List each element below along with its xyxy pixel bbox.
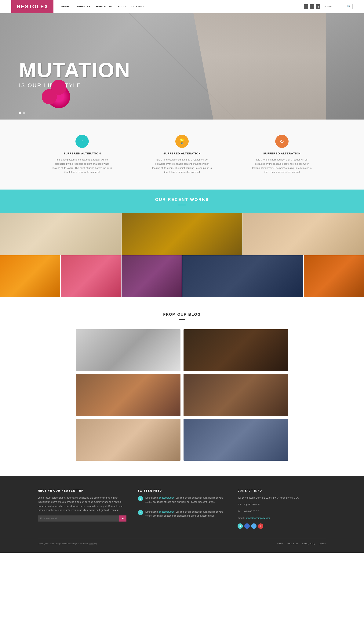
twitter-title: TWITTER FEED bbox=[138, 489, 226, 492]
portfolio-grid bbox=[0, 213, 364, 297]
tweet-text-2: Lorem ipsum consectetur.tuer ver illum d… bbox=[146, 510, 226, 518]
footer-link-terms[interactable]: Terms of use bbox=[286, 542, 298, 545]
footer-link-home[interactable]: Home bbox=[277, 542, 282, 545]
feature-title-2: SUFFERED ALTERATION bbox=[152, 152, 212, 155]
blog-item-6[interactable] bbox=[184, 419, 288, 461]
newsletter-title: RECEIVE OUR NEWSLETTER bbox=[38, 489, 126, 492]
portfolio-item-7[interactable] bbox=[182, 255, 303, 297]
footer-twitter: TWITTER FEED t Lorem ipsum consectetur.t… bbox=[138, 489, 226, 528]
twitter-bird-icon-2: t bbox=[138, 510, 143, 515]
newsletter-email-input[interactable] bbox=[38, 515, 119, 521]
facebook-icon[interactable]: f bbox=[304, 4, 308, 9]
search-icon[interactable]: 🔍 bbox=[347, 5, 351, 8]
footer-link-privacy[interactable]: Privacy Policy bbox=[302, 542, 315, 545]
portfolio-img-1 bbox=[0, 213, 121, 255]
newsletter-body: Lorem ipsum dolor sit amet, consectetur … bbox=[38, 496, 126, 512]
google-icon[interactable]: g bbox=[316, 4, 320, 9]
feature-icon-1: ↑ bbox=[76, 135, 89, 148]
blog-img-3 bbox=[76, 374, 180, 416]
footer-social-twitter[interactable]: t bbox=[251, 523, 256, 529]
social-icons: f t g bbox=[304, 4, 320, 9]
blog-section: FROM OUR BLOG bbox=[0, 297, 364, 476]
logo[interactable]: RESTOLEX bbox=[12, 0, 54, 13]
footer-social-teal[interactable]: ✿ bbox=[238, 523, 243, 529]
nav-portfolio[interactable]: PORTFOLIO bbox=[96, 5, 112, 8]
dot-2[interactable] bbox=[23, 112, 25, 114]
feature-2: 💡 SUFFERED ALTERATION It is a long estab… bbox=[152, 135, 212, 174]
dot-1[interactable] bbox=[19, 112, 21, 114]
footer-grid: RECEIVE OUR NEWSLETTER Lorem ipsum dolor… bbox=[38, 489, 326, 528]
blog-grid bbox=[76, 329, 288, 461]
newsletter-submit-button[interactable]: ➤ bbox=[119, 515, 126, 521]
nav: ABOUT SERVICES PORTFOLIO BLOG CONTACT bbox=[61, 5, 304, 8]
blog-divider bbox=[179, 319, 185, 320]
footer-contact: CONTACT INFO 500 Lorem Ipsum Dolor Sit, … bbox=[238, 489, 326, 528]
flower-decoration bbox=[48, 85, 70, 108]
blog-item-4[interactable] bbox=[184, 374, 288, 416]
twitter-bird-icon-1: t bbox=[138, 496, 143, 501]
search-box[interactable]: 🔍 bbox=[323, 4, 352, 9]
blog-img-4 bbox=[184, 374, 288, 416]
contact-tel: Tel : (00) 222 666 444 bbox=[238, 503, 326, 507]
blog-img-5 bbox=[76, 419, 180, 461]
blog-item-1[interactable] bbox=[76, 329, 180, 371]
blog-item-3[interactable] bbox=[76, 374, 180, 416]
hero-subheading: IS OUR LIFE STYLE bbox=[19, 82, 130, 88]
portfolio-item-2[interactable] bbox=[122, 213, 242, 255]
tweet-1: t Lorem ipsum consectetur.tuer ver illum… bbox=[138, 496, 226, 507]
hero-heading: MUTATION bbox=[19, 60, 130, 81]
newsletter-form: ➤ bbox=[38, 515, 126, 521]
copyright-text: Copyright © 2015 Company Name All Rights… bbox=[38, 542, 97, 545]
features-section: ↑ SUFFERED ALTERATION It is a long estab… bbox=[0, 120, 364, 190]
blog-img-1 bbox=[76, 329, 180, 371]
nav-blog[interactable]: BLOG bbox=[118, 5, 126, 8]
nav-about[interactable]: ABOUT bbox=[61, 5, 71, 8]
portfolio-img-6 bbox=[122, 255, 182, 297]
contact-email-link[interactable]: info(at)mycompany.com bbox=[246, 517, 270, 519]
footer-social-google[interactable]: g bbox=[258, 523, 263, 529]
blog-img-6 bbox=[184, 419, 288, 461]
footer-social-facebook[interactable]: f bbox=[244, 523, 250, 529]
tweet-text-1: Lorem ipsum consectetur.tuer ver illum d… bbox=[146, 496, 226, 504]
portfolio-img-2 bbox=[122, 213, 242, 255]
portfolio-item-8[interactable] bbox=[304, 255, 364, 297]
portfolio-item-6[interactable] bbox=[122, 255, 182, 297]
portfolio-item-4[interactable] bbox=[0, 255, 60, 297]
header-right: f t g 🔍 bbox=[304, 4, 352, 9]
nav-services[interactable]: SERVICES bbox=[76, 5, 90, 8]
twitter-icon[interactable]: t bbox=[310, 4, 314, 9]
footer-bottom: Copyright © 2015 Company Name All Rights… bbox=[38, 538, 326, 545]
hero-flower bbox=[48, 85, 70, 108]
contact-address: 500 Lorem Ipsum Dolor Sit, 22-56-2-9 Sit… bbox=[238, 496, 326, 500]
footer-bottom-links: Home Terms of use Privacy Policy Contact bbox=[277, 542, 326, 545]
blog-title: FROM OUR BLOG bbox=[76, 312, 288, 317]
hero-girl-image bbox=[194, 13, 326, 120]
header: RESTOLEX ABOUT SERVICES PORTFOLIO BLOG C… bbox=[0, 0, 364, 13]
nav-contact[interactable]: CONTACT bbox=[132, 5, 145, 8]
blog-img-2 bbox=[184, 329, 288, 371]
hero-content: MUTATION IS OUR LIFE STYLE bbox=[0, 45, 130, 88]
tweet-2: t Lorem ipsum consectetur.tuer ver illum… bbox=[138, 510, 226, 521]
portfolio-item-3[interactable] bbox=[243, 213, 364, 255]
hero-section: MUTATION IS OUR LIFE STYLE bbox=[0, 13, 364, 120]
portfolio-item-5[interactable] bbox=[61, 255, 121, 297]
contact-fax: Fax : (00) 000 00 0 0 bbox=[238, 510, 326, 514]
portfolio-img-3 bbox=[243, 213, 364, 255]
works-title: OUR RECENT WORKS bbox=[8, 197, 356, 202]
blog-item-2[interactable] bbox=[184, 329, 288, 371]
footer-social-icons: ✿ f t g bbox=[238, 523, 326, 529]
portfolio-img-8 bbox=[304, 255, 364, 297]
search-input[interactable] bbox=[324, 5, 347, 8]
feature-text-2: It is a long established fact that a rea… bbox=[152, 158, 212, 174]
footer-link-contact[interactable]: Contact bbox=[319, 542, 326, 545]
feature-text-1: It is a long established fact that a rea… bbox=[52, 158, 112, 174]
tweet-link-1[interactable]: consectetur.tuer bbox=[159, 496, 175, 499]
tweet-link-2[interactable]: consectetur.tuer bbox=[159, 510, 175, 513]
feature-title-3: SUFFERED ALTERATION bbox=[252, 152, 312, 155]
works-banner: OUR RECENT WORKS bbox=[0, 190, 364, 213]
feature-text-3: It is a long established fact that a rea… bbox=[252, 158, 312, 174]
blog-item-5[interactable] bbox=[76, 419, 180, 461]
portfolio-item-1[interactable] bbox=[0, 213, 121, 255]
portfolio-img-4 bbox=[0, 255, 60, 297]
portfolio-img-5 bbox=[61, 255, 121, 297]
